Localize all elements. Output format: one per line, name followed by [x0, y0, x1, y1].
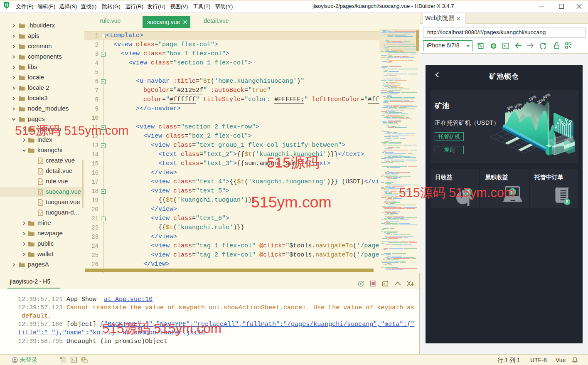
- svg-text:15%: 15%: [528, 94, 537, 101]
- svg-text:$: $: [566, 200, 568, 204]
- svg-text:10%: 10%: [513, 101, 522, 109]
- svg-text:40%: 40%: [542, 92, 551, 99]
